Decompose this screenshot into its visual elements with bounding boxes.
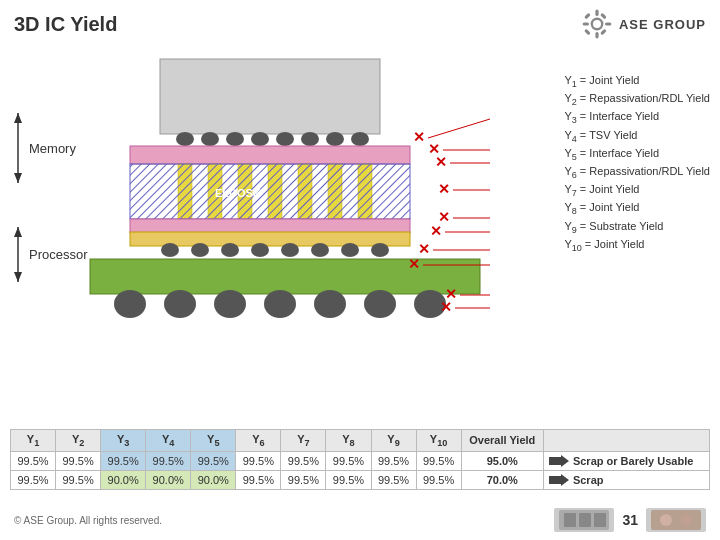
th-y10: Y10 (416, 429, 461, 451)
th-y8: Y8 (326, 429, 371, 451)
photo-icon (651, 510, 701, 530)
legend: Y1 = Joint Yield Y2 = Repassivation/RDL … (564, 74, 710, 253)
svg-rect-3 (595, 32, 598, 38)
cell-r2-y4: 90.0% (146, 471, 191, 490)
svg-text:✕: ✕ (418, 241, 430, 257)
svg-point-51 (364, 290, 396, 318)
svg-point-38 (191, 243, 209, 257)
svg-marker-14 (14, 227, 22, 237)
svg-rect-79 (651, 510, 701, 530)
svg-rect-45 (90, 259, 480, 294)
svg-point-46 (114, 290, 146, 318)
cell-r1-y10: 99.5% (416, 452, 461, 471)
svg-text:✕: ✕ (413, 129, 425, 145)
cell-r1-y5: 99.5% (191, 452, 236, 471)
yield-table: Y1 Y2 Y3 Y4 Y5 Y6 Y7 Y8 Y9 Y10 Overall Y… (10, 429, 710, 490)
legend-y2: Y2 = Repassivation/RDL Yield (564, 92, 710, 107)
svg-point-49 (264, 290, 296, 318)
svg-point-21 (276, 132, 294, 146)
svg-rect-6 (584, 13, 591, 20)
svg-point-37 (161, 243, 179, 257)
svg-text:✕: ✕ (440, 299, 452, 315)
svg-marker-73 (549, 455, 569, 467)
cell-r2-result: Scrap (543, 471, 709, 490)
cell-r1-y6: 99.5% (236, 452, 281, 471)
legend-y4: Y4 = TSV Yield (564, 129, 710, 144)
cell-r1-y3: 99.5% (101, 452, 146, 471)
th-y3: Y3 (101, 429, 146, 451)
svg-point-42 (311, 243, 329, 257)
result-arrow-1: Scrap or Barely Usable (549, 455, 704, 467)
svg-point-18 (201, 132, 219, 146)
result-label-1: Scrap or Barely Usable (573, 455, 693, 467)
table-header-row: Y1 Y2 Y3 Y4 Y5 Y6 Y7 Y8 Y9 Y10 Overall Y… (11, 429, 710, 451)
svg-marker-12 (14, 173, 22, 183)
svg-point-17 (176, 132, 194, 146)
logo-text: ASE GROUP (619, 17, 706, 32)
legend-y7: Y7 = Joint Yield (564, 183, 710, 198)
diagram-area: Memory Processor (0, 44, 720, 354)
svg-marker-15 (14, 272, 22, 282)
svg-point-80 (660, 514, 672, 526)
header: 3D IC Yield ASE GROUP (0, 0, 720, 44)
memory-arrow (11, 113, 25, 183)
cell-r1-y7: 99.5% (281, 452, 326, 471)
legend-y8: Y8 = Joint Yield (564, 201, 710, 216)
result-label-2: Scrap (573, 474, 604, 486)
svg-point-19 (226, 132, 244, 146)
svg-rect-25 (130, 146, 410, 164)
th-y7: Y7 (281, 429, 326, 451)
svg-rect-8 (600, 13, 607, 20)
svg-point-81 (680, 514, 692, 526)
cell-r1-y8: 99.5% (326, 452, 371, 471)
th-y4: Y4 (146, 429, 191, 451)
copyright-text: © ASE Group. All rights reserved. (14, 515, 162, 526)
table-row: 99.5% 99.5% 90.0% 90.0% 90.0% 99.5% 99.5… (11, 471, 710, 490)
footer-photo (646, 508, 706, 532)
svg-rect-4 (583, 22, 589, 25)
svg-text:✕: ✕ (435, 154, 447, 170)
svg-point-22 (301, 132, 319, 146)
th-y1: Y1 (11, 429, 56, 451)
result-arrow-2: Scrap (549, 474, 704, 486)
cell-r2-y7: 99.5% (281, 471, 326, 490)
svg-line-63 (428, 119, 490, 138)
svg-point-24 (351, 132, 369, 146)
footer-thumbnail (554, 508, 614, 532)
th-y9: Y9 (371, 429, 416, 451)
eldosk-label: ELDOSK (215, 187, 261, 199)
svg-marker-74 (549, 474, 569, 486)
svg-rect-35 (130, 219, 410, 233)
svg-point-44 (371, 243, 389, 257)
arrow-right-icon (549, 455, 569, 467)
cell-r2-y10: 99.5% (416, 471, 461, 490)
svg-text:✕: ✕ (430, 223, 442, 239)
cell-r1-y9: 99.5% (371, 452, 416, 471)
cell-r2-y6: 99.5% (236, 471, 281, 490)
th-y2: Y2 (56, 429, 101, 451)
svg-text:✕: ✕ (408, 256, 420, 272)
svg-rect-7 (600, 29, 607, 36)
legend-y3: Y3 = Interface Yield (564, 110, 710, 125)
logo-area: ASE GROUP (581, 8, 706, 40)
cell-r2-y3: 90.0% (101, 471, 146, 490)
svg-point-50 (314, 290, 346, 318)
chip-diagram: ELDOSK RDL (30, 54, 550, 344)
cell-r2-y1: 99.5% (11, 471, 56, 490)
svg-marker-11 (14, 113, 22, 123)
cell-r2-overall: 70.0% (461, 471, 543, 490)
svg-rect-77 (579, 513, 591, 527)
svg-rect-2 (595, 10, 598, 16)
svg-point-1 (593, 20, 601, 28)
cell-r1-y2: 99.5% (56, 452, 101, 471)
arrow-right-icon-2 (549, 474, 569, 486)
svg-rect-5 (605, 22, 611, 25)
table-area: Y1 Y2 Y3 Y4 Y5 Y6 Y7 Y8 Y9 Y10 Overall Y… (10, 429, 710, 490)
page-title: 3D IC Yield (14, 13, 117, 36)
cell-r2-y9: 99.5% (371, 471, 416, 490)
th-y5: Y5 (191, 429, 236, 451)
cell-r1-overall: 95.0% (461, 452, 543, 471)
legend-y5: Y5 = Interface Yield (564, 147, 710, 162)
legend-y9: Y9 = Substrate Yield (564, 220, 710, 235)
svg-rect-16 (160, 59, 380, 134)
